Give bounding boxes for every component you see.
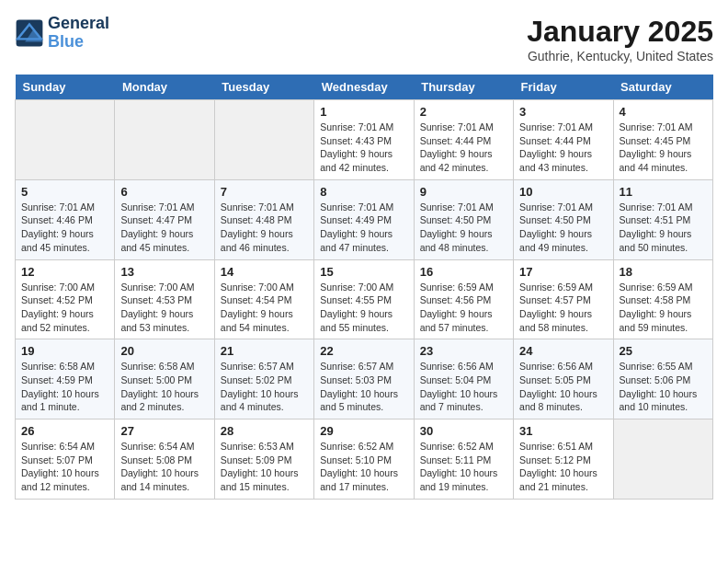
month-title: January 2025 — [527, 15, 713, 49]
weekday-header: Sunday — [16, 75, 115, 100]
day-info: Sunrise: 7:01 AMSunset: 4:48 PMDaylight:… — [221, 201, 308, 255]
calendar-cell: 29Sunrise: 6:52 AMSunset: 5:10 PMDayligh… — [314, 419, 414, 500]
day-info: Sunrise: 6:59 AMSunset: 4:56 PMDaylight:… — [420, 281, 507, 335]
location: Guthrie, Kentucky, United States — [527, 49, 713, 63]
day-number: 18 — [620, 265, 707, 279]
day-number: 29 — [320, 424, 407, 438]
calendar-cell: 20Sunrise: 6:58 AMSunset: 5:00 PMDayligh… — [115, 339, 214, 419]
day-number: 15 — [320, 265, 407, 279]
calendar-cell: 21Sunrise: 6:57 AMSunset: 5:02 PMDayligh… — [214, 339, 313, 419]
day-number: 24 — [519, 344, 607, 358]
calendar-week-row: 5Sunrise: 7:01 AMSunset: 4:46 PMDaylight… — [16, 179, 713, 259]
logo-line2: Blue — [48, 32, 84, 51]
day-info: Sunrise: 6:52 AMSunset: 5:11 PMDaylight:… — [420, 440, 507, 494]
day-info: Sunrise: 6:53 AMSunset: 5:09 PMDaylight:… — [221, 440, 308, 494]
calendar-cell: 19Sunrise: 6:58 AMSunset: 4:59 PMDayligh… — [16, 339, 115, 419]
day-number: 14 — [221, 265, 308, 279]
day-info: Sunrise: 6:57 AMSunset: 5:02 PMDaylight:… — [221, 360, 308, 414]
calendar-cell: 23Sunrise: 6:56 AMSunset: 5:04 PMDayligh… — [414, 339, 513, 419]
calendar-cell: 4Sunrise: 7:01 AMSunset: 4:45 PMDaylight… — [613, 100, 712, 180]
calendar-cell: 5Sunrise: 7:01 AMSunset: 4:46 PMDaylight… — [16, 179, 115, 259]
day-info: Sunrise: 7:00 AMSunset: 4:52 PMDaylight:… — [21, 281, 108, 335]
day-number: 22 — [320, 344, 407, 358]
day-info: Sunrise: 6:56 AMSunset: 5:05 PMDaylight:… — [519, 360, 607, 414]
day-number: 4 — [620, 105, 707, 119]
calendar-cell: 27Sunrise: 6:54 AMSunset: 5:08 PMDayligh… — [115, 419, 214, 500]
calendar-cell: 25Sunrise: 6:55 AMSunset: 5:06 PMDayligh… — [613, 339, 712, 419]
calendar-cell — [613, 419, 712, 500]
calendar-cell: 11Sunrise: 7:01 AMSunset: 4:51 PMDayligh… — [613, 179, 712, 259]
calendar-cell: 24Sunrise: 6:56 AMSunset: 5:05 PMDayligh… — [514, 339, 613, 419]
calendar-week-row: 26Sunrise: 6:54 AMSunset: 5:07 PMDayligh… — [16, 419, 713, 500]
day-number: 11 — [620, 185, 707, 199]
day-info: Sunrise: 6:58 AMSunset: 5:00 PMDaylight:… — [120, 360, 208, 414]
day-number: 20 — [120, 344, 208, 358]
calendar-cell: 10Sunrise: 7:01 AMSunset: 4:50 PMDayligh… — [514, 179, 613, 259]
day-info: Sunrise: 7:00 AMSunset: 4:53 PMDaylight:… — [120, 281, 208, 335]
calendar-cell: 6Sunrise: 7:01 AMSunset: 4:47 PMDaylight… — [115, 179, 214, 259]
day-info: Sunrise: 7:01 AMSunset: 4:47 PMDaylight:… — [120, 201, 208, 255]
logo-line1: General — [48, 15, 109, 33]
day-info: Sunrise: 6:56 AMSunset: 5:04 PMDaylight:… — [420, 360, 507, 414]
day-number: 17 — [519, 265, 607, 279]
calendar-header-row: SundayMondayTuesdayWednesdayThursdayFrid… — [16, 75, 713, 100]
day-number: 1 — [320, 105, 407, 119]
day-info: Sunrise: 6:55 AMSunset: 5:06 PMDaylight:… — [620, 360, 707, 414]
calendar-cell: 31Sunrise: 6:51 AMSunset: 5:12 PMDayligh… — [514, 419, 613, 500]
day-number: 27 — [120, 424, 208, 438]
calendar-cell: 7Sunrise: 7:01 AMSunset: 4:48 PMDaylight… — [214, 179, 313, 259]
calendar-cell: 14Sunrise: 7:00 AMSunset: 4:54 PMDayligh… — [214, 259, 313, 339]
day-number: 25 — [620, 344, 707, 358]
calendar-cell — [115, 100, 214, 180]
day-number: 9 — [420, 185, 507, 199]
page-header: General Blue January 2025 Guthrie, Kentu… — [15, 15, 713, 63]
day-info: Sunrise: 7:01 AMSunset: 4:45 PMDaylight:… — [620, 121, 707, 175]
calendar-week-row: 12Sunrise: 7:00 AMSunset: 4:52 PMDayligh… — [16, 259, 713, 339]
calendar-cell: 26Sunrise: 6:54 AMSunset: 5:07 PMDayligh… — [16, 419, 115, 500]
calendar-cell: 30Sunrise: 6:52 AMSunset: 5:11 PMDayligh… — [414, 419, 513, 500]
calendar-cell: 17Sunrise: 6:59 AMSunset: 4:57 PMDayligh… — [514, 259, 613, 339]
calendar-cell: 15Sunrise: 7:00 AMSunset: 4:55 PMDayligh… — [314, 259, 414, 339]
calendar-cell: 1Sunrise: 7:01 AMSunset: 4:43 PMDaylight… — [314, 100, 414, 180]
calendar-cell: 28Sunrise: 6:53 AMSunset: 5:09 PMDayligh… — [214, 419, 313, 500]
day-number: 19 — [21, 344, 108, 358]
logo-icon — [15, 18, 44, 48]
day-number: 21 — [221, 344, 308, 358]
logo: General Blue — [15, 15, 109, 52]
weekday-header: Thursday — [414, 75, 513, 100]
calendar-cell: 2Sunrise: 7:01 AMSunset: 4:44 PMDaylight… — [414, 100, 513, 180]
calendar-table: SundayMondayTuesdayWednesdayThursdayFrid… — [15, 75, 713, 500]
day-info: Sunrise: 7:00 AMSunset: 4:55 PMDaylight:… — [320, 281, 407, 335]
day-number: 13 — [120, 265, 208, 279]
day-info: Sunrise: 7:00 AMSunset: 4:54 PMDaylight:… — [221, 281, 308, 335]
weekday-header: Tuesday — [214, 75, 313, 100]
day-info: Sunrise: 7:01 AMSunset: 4:51 PMDaylight:… — [620, 201, 707, 255]
calendar-cell — [16, 100, 115, 180]
day-number: 12 — [21, 265, 108, 279]
calendar-cell: 8Sunrise: 7:01 AMSunset: 4:49 PMDaylight… — [314, 179, 414, 259]
day-number: 23 — [420, 344, 507, 358]
day-number: 6 — [120, 185, 208, 199]
day-info: Sunrise: 7:01 AMSunset: 4:44 PMDaylight:… — [420, 121, 507, 175]
day-info: Sunrise: 7:01 AMSunset: 4:49 PMDaylight:… — [320, 201, 407, 255]
calendar-cell: 13Sunrise: 7:00 AMSunset: 4:53 PMDayligh… — [115, 259, 214, 339]
day-number: 31 — [519, 424, 607, 438]
day-info: Sunrise: 7:01 AMSunset: 4:43 PMDaylight:… — [320, 121, 407, 175]
day-info: Sunrise: 7:01 AMSunset: 4:50 PMDaylight:… — [519, 201, 607, 255]
calendar-cell: 9Sunrise: 7:01 AMSunset: 4:50 PMDaylight… — [414, 179, 513, 259]
day-info: Sunrise: 7:01 AMSunset: 4:50 PMDaylight:… — [420, 201, 507, 255]
weekday-header: Saturday — [613, 75, 712, 100]
calendar-week-row: 19Sunrise: 6:58 AMSunset: 4:59 PMDayligh… — [16, 339, 713, 419]
day-number: 3 — [519, 105, 607, 119]
weekday-header: Friday — [514, 75, 613, 100]
day-number: 8 — [320, 185, 407, 199]
day-info: Sunrise: 6:52 AMSunset: 5:10 PMDaylight:… — [320, 440, 407, 494]
logo-text: General Blue — [48, 15, 109, 52]
day-number: 7 — [221, 185, 308, 199]
day-number: 16 — [420, 265, 507, 279]
day-info: Sunrise: 6:57 AMSunset: 5:03 PMDaylight:… — [320, 360, 407, 414]
title-block: January 2025 Guthrie, Kentucky, United S… — [527, 15, 713, 63]
day-number: 2 — [420, 105, 507, 119]
day-info: Sunrise: 6:54 AMSunset: 5:08 PMDaylight:… — [120, 440, 208, 494]
day-info: Sunrise: 6:58 AMSunset: 4:59 PMDaylight:… — [21, 360, 108, 414]
